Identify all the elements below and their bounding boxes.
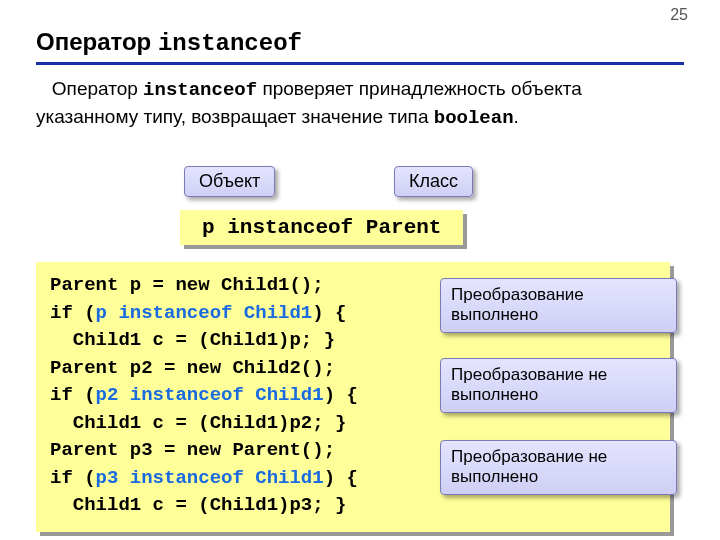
note-conversion-done: Преобразование выполнено	[440, 278, 677, 333]
body-suffix: .	[514, 106, 519, 127]
callout-object: Объект	[184, 166, 275, 197]
code-l9: Child1 c = (Child1)p3; }	[50, 494, 346, 516]
note-conversion-not-done-1: Преобразование не выполнено	[440, 358, 677, 413]
code-l3: Child1 c = (Child1)p; }	[50, 329, 335, 351]
code-l2b: p instanceof Child1	[96, 302, 313, 324]
title-keyword: instanceof	[158, 30, 302, 57]
body-prefix: Оператор	[36, 78, 143, 99]
note-conversion-not-done-2: Преобразование не выполнено	[440, 440, 677, 495]
expression-box: p instanceof Parent	[180, 210, 463, 245]
code-l4: Parent p2 = new Child2();	[50, 357, 335, 379]
code-l5c: ) {	[324, 384, 358, 406]
body-kw-instanceof: instanceof	[143, 79, 257, 101]
code-l2a: if (	[50, 302, 96, 324]
code-l8c: ) {	[324, 467, 358, 489]
code-l5a: if (	[50, 384, 96, 406]
page-title: Оператор instanceof	[36, 28, 302, 57]
code-l5b: p2 instanceof Child1	[96, 384, 324, 406]
page-number: 25	[670, 6, 688, 24]
body-paragraph: Оператор instanceof проверяет принадлежн…	[36, 76, 684, 131]
code-l2c: ) {	[312, 302, 346, 324]
body-kw-boolean: boolean	[434, 107, 514, 129]
callout-class: Класс	[394, 166, 473, 197]
code-l8b: p3 instanceof Child1	[96, 467, 324, 489]
title-underline	[36, 62, 684, 65]
code-l7: Parent p3 = new Parent();	[50, 439, 335, 461]
code-l1: Parent p = new Child1();	[50, 274, 324, 296]
code-l6: Child1 c = (Child1)p2; }	[50, 412, 346, 434]
title-text: Оператор	[36, 28, 158, 55]
code-l8a: if (	[50, 467, 96, 489]
